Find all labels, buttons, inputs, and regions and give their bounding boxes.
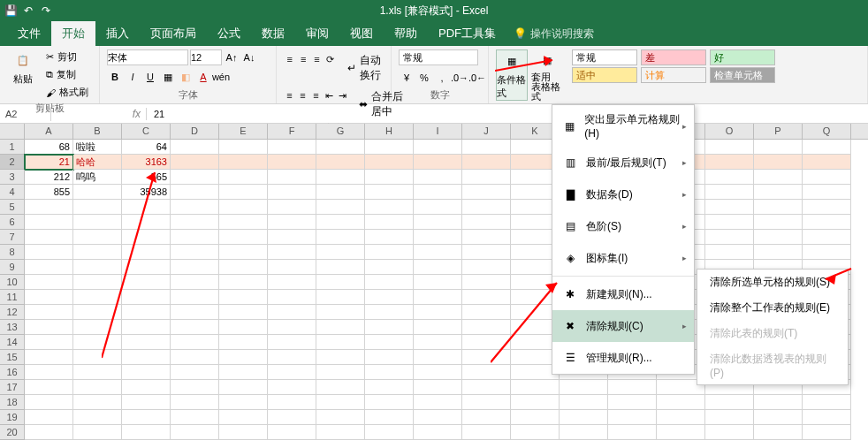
cell[interactable]	[316, 260, 365, 275]
col-header-D[interactable]: D	[171, 124, 219, 139]
cell[interactable]	[657, 395, 705, 410]
cell[interactable]: 21	[25, 155, 73, 170]
col-header-H[interactable]: H	[365, 124, 414, 139]
col-header-I[interactable]: I	[414, 124, 462, 139]
cell[interactable]	[511, 410, 560, 425]
cell[interactable]	[414, 305, 462, 320]
cell[interactable]	[365, 200, 414, 215]
cell[interactable]	[705, 425, 754, 440]
cell[interactable]	[414, 410, 462, 425]
cell[interactable]	[608, 380, 657, 395]
cell[interactable]	[414, 320, 462, 335]
cell[interactable]	[316, 215, 365, 230]
currency-icon[interactable]: ¥	[399, 71, 415, 85]
cell[interactable]	[705, 200, 754, 215]
row-header[interactable]: 19	[0, 410, 25, 425]
cell[interactable]	[365, 335, 414, 350]
cell[interactable]	[414, 380, 462, 395]
cell[interactable]	[462, 410, 511, 425]
cell[interactable]	[365, 170, 414, 185]
cell[interactable]	[73, 380, 122, 395]
row-header[interactable]: 20	[0, 425, 25, 440]
shrink-font-icon[interactable]: A↓	[241, 50, 257, 65]
cell[interactable]	[73, 425, 122, 440]
style-normal[interactable]: 常规	[572, 49, 637, 65]
tab-file[interactable]: 文件	[7, 20, 51, 47]
align-top-icon[interactable]: ≡	[284, 52, 295, 66]
cf-icon-sets[interactable]: ◈图标集(I)▸	[552, 242, 694, 274]
percent-icon[interactable]: %	[416, 71, 432, 85]
cf-color-scales[interactable]: ▤色阶(S)▸	[552, 210, 694, 242]
cell[interactable]	[560, 410, 608, 425]
cell[interactable]	[754, 410, 803, 425]
row-header[interactable]: 16	[0, 365, 25, 380]
tab-insert[interactable]: 插入	[95, 20, 140, 47]
cell[interactable]	[754, 185, 803, 200]
cell[interactable]	[414, 200, 462, 215]
style-neutral[interactable]: 适中	[572, 67, 637, 83]
cell[interactable]	[803, 170, 851, 185]
cell[interactable]	[365, 305, 414, 320]
row-header[interactable]: 5	[0, 200, 25, 215]
cell[interactable]	[25, 230, 73, 245]
col-header-C[interactable]: C	[122, 124, 171, 139]
cell[interactable]	[462, 155, 511, 170]
name-box[interactable]: A2	[0, 107, 51, 121]
cell[interactable]	[365, 155, 414, 170]
cell[interactable]	[462, 425, 511, 440]
cell[interactable]	[414, 290, 462, 305]
cell[interactable]	[73, 365, 122, 380]
cell[interactable]	[803, 155, 851, 170]
cell[interactable]	[462, 170, 511, 185]
cell[interactable]	[365, 260, 414, 275]
fill-color-button[interactable]: ◧	[178, 70, 194, 84]
cell[interactable]	[705, 155, 754, 170]
col-header-G[interactable]: G	[316, 124, 365, 139]
painter-button[interactable]: 🖌格式刷	[42, 85, 92, 100]
row-header[interactable]: 14	[0, 335, 25, 350]
cell[interactable]	[560, 425, 608, 440]
cell[interactable]: 啦啦	[73, 140, 122, 155]
cell[interactable]	[171, 365, 219, 380]
cell[interactable]	[754, 140, 803, 155]
cell[interactable]	[316, 335, 365, 350]
fx-button[interactable]: fx	[51, 108, 147, 120]
row-header[interactable]: 12	[0, 305, 25, 320]
cell[interactable]	[414, 215, 462, 230]
cell[interactable]	[754, 245, 803, 260]
cell[interactable]	[316, 305, 365, 320]
cell[interactable]	[219, 425, 268, 440]
wrap-text-button[interactable]: ↵自动换行	[344, 52, 390, 84]
cell[interactable]	[608, 395, 657, 410]
cell[interactable]	[25, 425, 73, 440]
cell[interactable]	[705, 245, 754, 260]
dec-decimal-icon[interactable]: .0←	[469, 71, 485, 85]
cell[interactable]	[219, 380, 268, 395]
grow-font-icon[interactable]: A↑	[224, 50, 240, 65]
row-header[interactable]: 18	[0, 395, 25, 410]
tab-layout[interactable]: 页面布局	[140, 20, 207, 47]
col-header-P[interactable]: P	[754, 124, 803, 139]
row-header[interactable]: 17	[0, 380, 25, 395]
cell[interactable]	[316, 365, 365, 380]
cell[interactable]	[316, 410, 365, 425]
cell[interactable]	[754, 155, 803, 170]
cell[interactable]	[171, 140, 219, 155]
cell[interactable]	[365, 230, 414, 245]
cell[interactable]	[754, 230, 803, 245]
col-header-O[interactable]: O	[705, 124, 754, 139]
cell[interactable]	[754, 170, 803, 185]
redo-icon[interactable]: ↷	[39, 4, 53, 18]
col-header-E[interactable]: E	[219, 124, 268, 139]
cell[interactable]	[803, 185, 851, 200]
cf-new-rule[interactable]: ✱新建规则(N)...	[552, 278, 694, 310]
cell[interactable]	[803, 425, 851, 440]
col-header-J[interactable]: J	[462, 124, 511, 139]
comma-icon[interactable]: ,	[434, 71, 450, 85]
cell[interactable]	[316, 155, 365, 170]
paste-button[interactable]: 📋 粘贴	[7, 49, 39, 86]
inc-decimal-icon[interactable]: .0→	[452, 71, 468, 85]
cell[interactable]	[25, 335, 73, 350]
cell[interactable]	[705, 410, 754, 425]
row-header[interactable]: 7	[0, 230, 25, 245]
